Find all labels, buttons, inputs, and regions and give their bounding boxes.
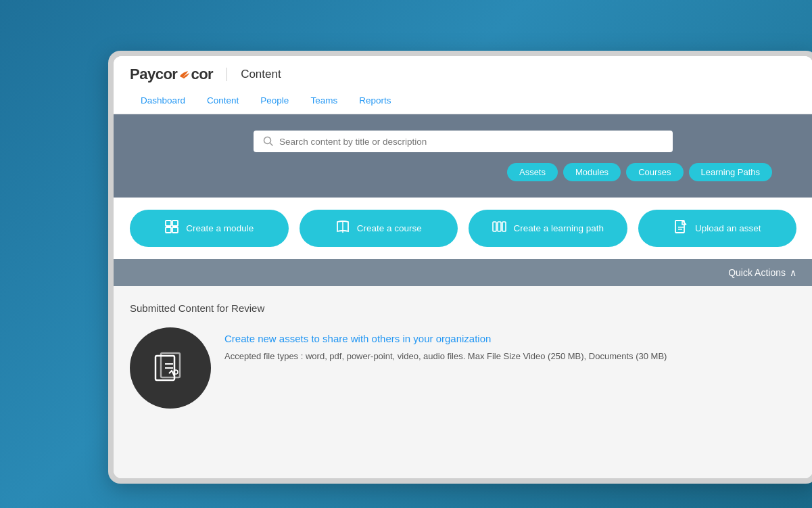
svg-rect-2 <box>166 221 171 226</box>
nav-item-reports[interactable]: Reports <box>348 89 402 114</box>
quick-actions-bar[interactable]: Quick Actions ∧ <box>114 259 812 286</box>
device-frame: Paycor cor Content <box>108 51 812 484</box>
create-module-icon <box>164 219 179 237</box>
nav-bar: Dashboard Content People Teams Reports <box>130 89 796 114</box>
create-module-label: Create a module <box>186 223 254 233</box>
empty-state-image <box>130 327 211 409</box>
filter-chips: Assets Modules Courses Learning Paths <box>114 163 812 181</box>
app-container: Paycor cor Content <box>114 56 812 478</box>
create-course-label: Create a course <box>357 223 422 233</box>
header-divider <box>226 68 227 81</box>
search-input[interactable] <box>279 137 663 147</box>
search-bar-wrapper <box>114 131 812 152</box>
device-inner: Paycor cor Content <box>114 56 812 478</box>
search-section: Assets Modules Courses Learning Paths <box>114 114 812 198</box>
svg-rect-8 <box>498 222 501 231</box>
search-bar[interactable] <box>254 131 673 152</box>
asset-svg-icon <box>673 219 688 234</box>
chip-modules[interactable]: Modules <box>563 163 621 181</box>
content-area: Submitted Content for Review <box>114 286 812 478</box>
quick-actions-label: Quick Actions <box>728 267 786 278</box>
svg-rect-5 <box>172 227 178 233</box>
create-module-button[interactable]: Create a module <box>130 210 289 247</box>
section-title: Submitted Content for Review <box>130 302 796 314</box>
course-svg-icon <box>335 219 350 234</box>
svg-line-1 <box>270 143 273 146</box>
documents-icon <box>150 348 191 388</box>
create-course-icon <box>335 219 350 237</box>
upload-asset-button[interactable]: Upload an asset <box>638 210 797 247</box>
logo-text: Paycor <box>130 66 177 83</box>
create-course-button[interactable]: Create a course <box>300 210 458 247</box>
search-icon <box>263 136 274 147</box>
upload-asset-label: Upload an asset <box>695 223 761 233</box>
chip-courses[interactable]: Courses <box>626 163 683 181</box>
chip-learning-paths[interactable]: Learning Paths <box>689 163 772 181</box>
empty-state-title: Create new assets to share with others i… <box>224 333 796 344</box>
empty-state-description: Accepted file types : word, pdf, power-p… <box>224 350 796 363</box>
nav-item-dashboard[interactable]: Dashboard <box>130 89 196 114</box>
paycor-logo: Paycor cor <box>130 66 213 83</box>
header: Paycor cor Content <box>114 56 812 114</box>
content-info: Create new assets to share with others i… <box>224 327 796 363</box>
svg-rect-3 <box>172 221 178 226</box>
screen-background: Paycor cor Content <box>0 0 812 508</box>
header-top: Paycor cor Content <box>130 56 796 89</box>
svg-rect-10 <box>675 221 684 233</box>
logo-text-2: cor <box>191 66 213 83</box>
nav-item-content[interactable]: Content <box>196 89 249 114</box>
action-buttons: Create a module Create a course <box>114 198 812 259</box>
learning-path-svg-icon <box>492 219 506 234</box>
svg-rect-4 <box>166 227 171 233</box>
create-learning-path-button[interactable]: Create a learning path <box>469 210 627 247</box>
logo-area: Paycor cor Content <box>130 66 281 83</box>
paycor-bird-icon <box>178 70 191 79</box>
app-title: Content <box>241 68 281 81</box>
quick-actions-text[interactable]: Quick Actions ∧ <box>728 267 796 278</box>
nav-item-people[interactable]: People <box>249 89 300 114</box>
svg-rect-9 <box>502 222 506 231</box>
create-learning-path-icon <box>492 219 506 237</box>
svg-rect-7 <box>493 222 496 231</box>
chevron-up-icon: ∧ <box>790 267 796 278</box>
chip-assets[interactable]: Assets <box>507 163 558 181</box>
nav-item-teams[interactable]: Teams <box>300 89 348 114</box>
create-learning-path-label: Create a learning path <box>513 223 604 233</box>
upload-asset-icon <box>673 219 688 237</box>
content-row: Create new assets to share with others i… <box>130 327 796 409</box>
module-svg-icon <box>164 219 179 234</box>
